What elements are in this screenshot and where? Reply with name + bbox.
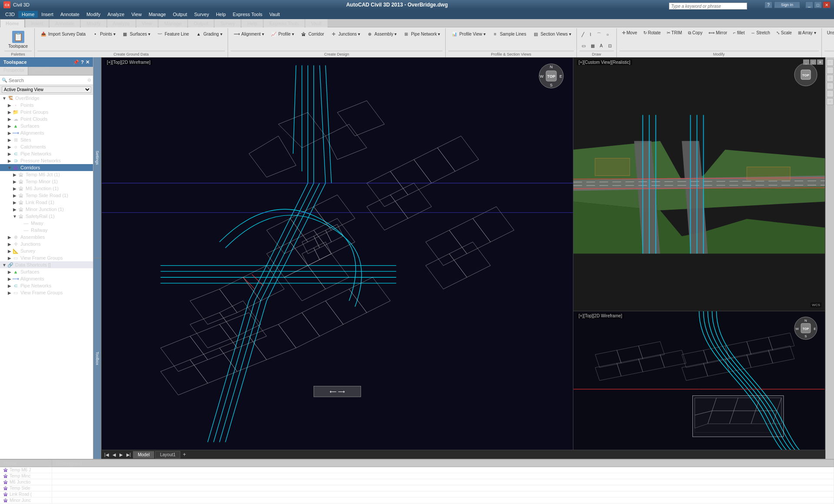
feature-line-btn[interactable]: 〰 Feature Line	[154, 29, 192, 39]
tree-surfaces[interactable]: ▶ ▲ Surfaces	[0, 122, 93, 129]
minimize-btn[interactable]: _	[805, 1, 813, 8]
tab-home[interactable]: Home	[0, 19, 25, 27]
fillet-btn[interactable]: ⌐ fillet	[731, 29, 747, 36]
tree-minor-junction[interactable]: ▶ 🛣 Minor Junction (1)	[0, 206, 93, 213]
stretch-btn[interactable]: ↔ Stretch	[748, 29, 772, 36]
toolspace-search-options[interactable]: ⚙	[87, 78, 91, 82]
viewport-bottom-right[interactable]: [+][Top][2D Wireframe] N S W E TOP	[573, 311, 825, 450]
tree-view-frame-groups[interactable]: ▶ ▭ View Frame Groups	[0, 254, 93, 261]
scale-btn[interactable]: ⤡ Scale	[774, 29, 794, 36]
table-row-2[interactable]: 🛣 Temp Minc	[0, 473, 834, 479]
rt-btn-1[interactable]: ⊞	[827, 59, 834, 66]
tree-survey[interactable]: ▶ 📐 Survey	[0, 247, 93, 254]
tab-output[interactable]: Output	[188, 19, 214, 27]
tree-temp-minor[interactable]: ▶ 🛣 Temp Minor (1)	[0, 178, 93, 185]
tab-annotate[interactable]: Annotate	[50, 19, 80, 27]
import-survey-btn[interactable]: 📥 Import Survey Data	[37, 29, 88, 39]
circle-btn[interactable]: ○	[604, 30, 611, 39]
vp-nav-prev[interactable]: ◀	[111, 452, 117, 457]
rotate-btn[interactable]: ↻ Rotate	[641, 29, 663, 36]
vp-close-btn[interactable]: ✕	[817, 59, 823, 65]
tree-ds-view-frame-groups[interactable]: ▶ ▭ View Frame Groups	[0, 289, 93, 296]
tree-ds-alignments[interactable]: ▶ ⟶ Alignments	[0, 275, 93, 282]
section-views-btn[interactable]: ▤ Section Views ▾	[530, 29, 573, 39]
tab-express-tools[interactable]: Express Tools	[264, 19, 304, 27]
rt-btn-2[interactable]: ↕	[827, 67, 834, 74]
tab-model[interactable]: Model	[133, 451, 154, 458]
menu-express-tools[interactable]: Express Tools	[229, 11, 266, 18]
points-btn[interactable]: • Points ▾	[89, 29, 118, 39]
vp-nav-next[interactable]: ▶	[118, 452, 124, 457]
alignment-btn[interactable]: ⟶ Alignment ▾	[231, 29, 267, 39]
toolspace-help-icon[interactable]: ?	[81, 59, 84, 65]
vp-nav-last[interactable]: ▶|	[125, 452, 132, 457]
menu-home[interactable]: Home	[18, 11, 38, 18]
menu-analyze[interactable]: Analyze	[104, 11, 128, 18]
close-btn[interactable]: ✕	[823, 1, 831, 8]
tab-manage[interactable]: Manage	[159, 19, 187, 27]
tab-modify[interactable]: Modify	[81, 19, 106, 27]
rect-btn[interactable]: ▭	[579, 42, 588, 49]
viewport-top-right[interactable]: [+][Custom View][Realistic] _ □ ✕ T	[573, 57, 825, 311]
toolspace-btn[interactable]: 📋 Toolspace	[4, 29, 32, 50]
tree-ds-surfaces[interactable]: ▶ ▲ Surfaces	[0, 268, 93, 275]
line-btn[interactable]: ╱	[579, 30, 586, 39]
toolspace-close-icon[interactable]: ✕	[86, 59, 89, 65]
move-btn[interactable]: ✛ Move	[619, 29, 640, 36]
settings-tab[interactable]: Settings	[93, 57, 101, 258]
tree-assemblies[interactable]: ▶ ⊕ Assemblies	[0, 234, 93, 240]
toolspace-pin-icon[interactable]: 📌	[73, 59, 79, 65]
layer-state-btn[interactable]: Unsaved Layer State ▾	[824, 29, 834, 36]
menu-help[interactable]: Help	[212, 11, 229, 18]
tab-settings[interactable]: Settings	[28, 67, 51, 75]
tree-safetyrail[interactable]: ▼ 🛣 SafetyRail (1)	[0, 213, 93, 220]
table-row-4[interactable]: 🛣 Temp Side	[0, 485, 834, 491]
tree-sites[interactable]: ▶ ⊞ Sites	[0, 136, 93, 143]
menu-insert[interactable]: Insert	[38, 11, 57, 18]
drawing-view-select[interactable]: Active Drawing View	[2, 86, 91, 93]
tree-ds-pipe-networks[interactable]: ▶ ⊂ Pipe Networks	[0, 282, 93, 289]
table-row-5[interactable]: 🛣 Link Road (	[0, 491, 834, 497]
tab-vault[interactable]: Vault	[305, 19, 327, 27]
toolbox-tab[interactable]: Toolbox	[93, 258, 101, 459]
surfaces-btn[interactable]: ▦ Surfaces ▾	[119, 29, 153, 39]
menu-vault[interactable]: Vault	[266, 11, 283, 18]
region-btn[interactable]: ⊡	[606, 42, 614, 49]
maximize-btn[interactable]: □	[814, 1, 822, 8]
search-input[interactable]	[669, 3, 747, 10]
hatch-btn[interactable]: ▦	[589, 42, 597, 49]
rt-btn-6[interactable]: ▣	[827, 98, 834, 105]
copy-btn[interactable]: ⧉ Copy	[685, 29, 705, 37]
tree-mway[interactable]: — Mway	[0, 220, 93, 227]
corridor-btn[interactable]: 🛣 Corridor	[298, 29, 327, 39]
rt-btn-5[interactable]: ⊙	[827, 90, 834, 97]
array-btn[interactable]: ⊞ Array ▾	[795, 29, 819, 36]
tab-insert[interactable]: Insert	[26, 19, 49, 27]
viewport-main[interactable]: [+][Top][2D Wireframe] N S W E TOP WCS	[101, 57, 573, 450]
tab-view[interactable]: View	[136, 19, 158, 27]
profile-btn[interactable]: 📈 Profile ▾	[268, 29, 297, 39]
tab-analyze[interactable]: Analyze	[107, 19, 136, 27]
menu-modify[interactable]: Modify	[83, 11, 104, 18]
tree-alignments[interactable]: ▶ ⟶ Alignments	[0, 129, 93, 136]
tree-point-clouds[interactable]: ▶ ☁ Point Clouds	[0, 115, 93, 122]
tree-catchments[interactable]: ▶ ⌾ Catchments	[0, 143, 93, 150]
menu-manage[interactable]: Manage	[145, 11, 169, 18]
menu-survey[interactable]: Survey	[191, 11, 212, 18]
vp-minimize-btn[interactable]: _	[803, 59, 809, 65]
rt-btn-4[interactable]: ⊕	[827, 82, 834, 89]
tree-point-groups[interactable]: ▶ 📁 Point Groups	[0, 109, 93, 115]
vp-nav-first[interactable]: |◀	[103, 452, 110, 457]
menu-output[interactable]: Output	[169, 11, 191, 18]
toolspace-search-input[interactable]	[9, 78, 87, 83]
menu-c3d[interactable]: C3D	[2, 11, 18, 18]
tab-survey[interactable]: Survey	[215, 19, 241, 27]
tree-temp-m6-jct[interactable]: ▶ 🛣 Temp M6 Jct (1)	[0, 171, 93, 178]
menu-annotate[interactable]: Annotate	[57, 11, 83, 18]
assembly-btn[interactable]: ⊕ Assembly ▾	[364, 29, 399, 39]
mirror-btn[interactable]: ⟺ Mirror	[706, 29, 730, 36]
tab-help[interactable]: Help	[242, 19, 263, 27]
text-btn[interactable]: A	[598, 42, 605, 49]
tree-overbridge[interactable]: ▼ 🏗 OverBridge	[0, 95, 93, 102]
table-row-1[interactable]: 🛣 Temp M6 J	[0, 467, 834, 473]
